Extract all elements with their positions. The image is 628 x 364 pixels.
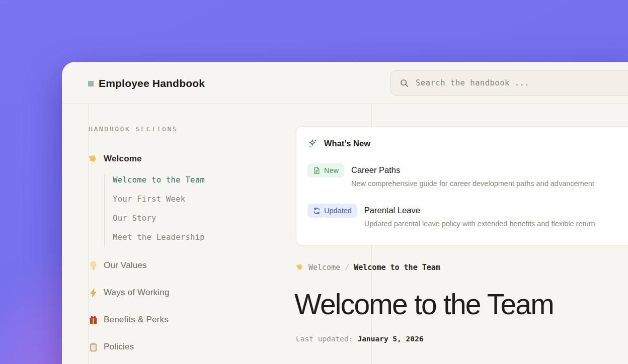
badge-label: Updated (324, 207, 352, 215)
wave-hand-icon (89, 154, 98, 164)
desktop-background: Employee Handbook HANDBOOK SECTIONS (0, 0, 628, 364)
last-updated: Last updated: January 5, 2026 (296, 335, 423, 343)
brand-square-icon (88, 81, 94, 86)
sidebar-item-label: Welcome (104, 154, 142, 164)
whats-new-card: What’s New New Career Paths New comprehe… (296, 126, 628, 245)
breadcrumb-section[interactable]: Welcome (308, 263, 340, 272)
sparkle-icon (307, 138, 318, 149)
lightbulb-icon (89, 261, 98, 270)
search-icon (400, 78, 409, 88)
last-updated-value: January 5, 2026 (358, 335, 424, 343)
sidebar-item-label: Our Values (104, 260, 147, 270)
last-updated-label: Last updated: (296, 335, 353, 343)
sidebar-item-label: Ways of Working (104, 288, 170, 298)
sidebar-item-label: Benefits & Perks (104, 315, 169, 325)
clipboard-icon (89, 342, 98, 352)
whats-new-item-title: Career Paths (351, 165, 594, 175)
lightning-icon (89, 288, 98, 298)
sidebar-section-label: HANDBOOK SECTIONS (89, 125, 178, 133)
sidebar-item-our-values[interactable]: Our Values (89, 260, 147, 270)
app-title: Employee Handbook (99, 77, 205, 89)
breadcrumb: Welcome / Welcome to the Team (296, 263, 440, 272)
breadcrumb-page: Welcome to the Team (354, 263, 440, 272)
handbook-app-window: Employee Handbook HANDBOOK SECTIONS (62, 62, 628, 364)
whats-new-item-career-paths[interactable]: New Career Paths New comprehensive guide… (307, 163, 594, 188)
subnav-indent-line (104, 174, 105, 247)
whats-new-title: What’s New (324, 139, 370, 148)
whats-new-header: What’s New (307, 138, 370, 149)
sidebar-item-benefits-perks[interactable]: Benefits & Perks (89, 315, 169, 325)
whats-new-item-parental-leave[interactable]: Updated Parental Leave Updated parental … (307, 204, 595, 228)
app-header: Employee Handbook (62, 62, 628, 104)
refresh-icon (313, 207, 321, 215)
badge-label: New (324, 166, 339, 174)
sidebar-grid-line (88, 104, 89, 364)
breadcrumb-separator: / (345, 263, 349, 272)
page-title: Welcome to the Team (294, 288, 554, 321)
new-badge: New (307, 163, 344, 177)
sidebar-item-policies[interactable]: Policies (89, 342, 134, 352)
sidebar-item-ways-of-working[interactable]: Ways of Working (89, 288, 170, 298)
search-input[interactable] (416, 78, 628, 87)
document-icon (313, 167, 321, 174)
subnav-meet-the-leadership[interactable]: Meet the Leadership (113, 233, 205, 242)
subnav-welcome-to-the-team[interactable]: Welcome to the Team (113, 175, 205, 185)
updated-badge: Updated (307, 204, 357, 218)
app-brand: Employee Handbook (88, 77, 205, 89)
sidebar-item-welcome[interactable]: Welcome (89, 154, 142, 164)
sidebar-item-label: Policies (104, 342, 134, 352)
subnav-our-story[interactable]: Our Story (113, 214, 156, 223)
whats-new-item-description: New comprehensive guide for career devel… (351, 179, 594, 188)
whats-new-item-title: Parental Leave (364, 206, 595, 215)
search-box[interactable] (390, 70, 628, 96)
whats-new-item-description: Updated parental leave policy with exten… (364, 220, 595, 228)
subnav-your-first-week[interactable]: Your First Week (113, 195, 185, 204)
gift-icon (89, 315, 98, 325)
wave-hand-icon (296, 263, 304, 271)
